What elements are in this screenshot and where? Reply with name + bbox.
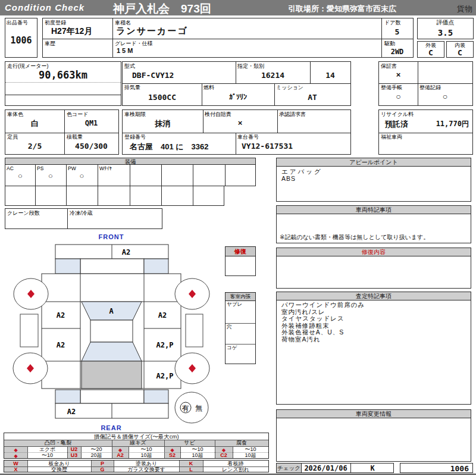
crane-box: クレーン段数 冷凍/冷蔵 [5, 208, 162, 229]
legend-dent-size2: 〜10 [27, 452, 67, 459]
crane-label: クレーン段数 [7, 210, 40, 216]
load-value: 450/300 [64, 142, 118, 151]
legend-code-k-desc: 看板跡 [203, 461, 268, 466]
equip-ps-label: PS [37, 165, 43, 171]
trim-label: グレード・仕様 [115, 40, 153, 46]
vehicle-main-box: 初度登録 H27年12月 車種名 ランサーカーゴ ドア数 5 車歴 グレード・仕… [42, 18, 414, 58]
legend-code-c2: C2 [215, 452, 233, 459]
lot-number-box: 出品番号 1006 [5, 18, 37, 58]
inspection-label: 車検期限 [124, 111, 146, 117]
check-inspector: K [350, 464, 394, 472]
type-no2-value: 14 [310, 71, 350, 80]
first-reg-label: 初度登録 [45, 20, 66, 26]
assessment-title: 査定特記事項 [277, 292, 471, 300]
doors-label: ドア数 [384, 20, 400, 26]
repair-detail-title: 修復内容 [362, 249, 386, 255]
equipment-section: 装備 AC ○ PS ○ PW ○ Wﾀｲﾔ [5, 158, 256, 206]
type-no1-value: 16214 [236, 71, 310, 80]
equip-ac-mark: ○ [5, 173, 35, 179]
vehicle-notes-section: 車両特記事項 ※記載のない書類・機器等は無しとして取り扱います。 [276, 205, 471, 243]
interior-label: 内装 [447, 42, 473, 48]
legend-group-corrosion: 腐食 [215, 440, 268, 446]
legend-code-p: P [91, 461, 114, 466]
inspection-box: 車検期限 抹消 検付自賠責 × 承認請求書 登録番号 名古屋 401 に 336… [122, 109, 351, 155]
legend-rust-size2: 10超 [180, 452, 215, 459]
windshield-code: A [109, 307, 114, 315]
legend-title: 損傷記号＆損傷サイズ(〜最大cm) [4, 433, 268, 440]
assessment-line: パワーウインドウ前席のみ [281, 302, 365, 309]
mileage-box: 走行(現メーター) 90,663km [5, 61, 121, 106]
capacity-value: 2/5 [5, 142, 64, 151]
chassis-label: 車台番号 [237, 134, 259, 140]
cabin-row-hole: 穴 [227, 324, 232, 330]
check-lot-box: 1006 [400, 463, 473, 473]
check-date: 2026/01/06 [301, 464, 350, 472]
rear-bumper-code: A2 [67, 408, 76, 416]
reg-no-label: 登録番号 [124, 134, 146, 140]
maintenance-record-mark: ○ [418, 92, 472, 101]
assessment-section: 査定特記事項 パワーウインドウ前席のみ 室内汚れ/スレ タイヤスタッドレス 外装… [276, 292, 471, 405]
displacement-value: 1500CC [123, 93, 202, 102]
fuel-value: ｶﾞｿﾘﾝ [202, 93, 274, 101]
pickup-location: 引取場所：愛知県弥富市西末広 [288, 4, 396, 14]
cabin-title: 客室内張 [226, 293, 255, 301]
rear-label: REAR [101, 424, 121, 431]
diamond-icon: ◆ [4, 453, 27, 459]
legend-group-dent: 凸凹・亀裂 [4, 440, 112, 446]
maintenance-book-mark: ○ [379, 92, 418, 101]
trim-value: 15M [117, 47, 134, 54]
lot-number-label: 出品番号 [7, 20, 28, 26]
insurance-value: × [203, 118, 277, 127]
legend-corrosion-size2: 10超 [233, 452, 268, 459]
body-color-value: 白 [5, 118, 64, 129]
equipment-row2 [5, 186, 224, 206]
title-bar: Condition Check 神戸入札会 973回 引取場所：愛知県弥富市西末… [0, 0, 476, 15]
appeal-section: アピールポイント エアバッグ ABS [276, 158, 471, 202]
model-name-value: ランサーカーゴ [116, 26, 188, 37]
warranty-box: 保証書 × 整備手帳 ○ 整備記録 ○ [378, 61, 473, 106]
exterior-label: 外装 [418, 42, 444, 48]
model-code-box: 型式 DBF-CVY12 指定・類別 16214 14 排気量 1500CC 燃… [122, 61, 351, 106]
type-label: 指定・類別 [237, 63, 264, 69]
bottom-rule [0, 474, 476, 475]
repair-code-legend: W 板金あり P 塗装あり K 看板跡 X 交換歴 G ガラス交換要す L レン… [4, 460, 269, 472]
right-fender-code: A2 [158, 311, 167, 320]
chassis-no-value: VY12-617531 [242, 142, 293, 151]
appeal-line-1: エアバッグ [281, 168, 322, 176]
welfare-label: 福祉車両 [381, 134, 402, 140]
left-door-code: A2 [57, 341, 65, 349]
exterior-grade-box: 外装 C [417, 41, 444, 58]
model-code-value: DBF-CVY12 [132, 71, 174, 80]
vehicle-category: 貨物 [457, 4, 472, 14]
recycle-fee-value: 11,770円 [436, 119, 469, 129]
fuel-label: 燃料 [203, 84, 214, 90]
equip-wtire-label: Wﾀｲﾔ [99, 165, 112, 171]
recycle-box: リサイクル料 預託済 11,770円 福祉車両 [378, 109, 473, 155]
equip-ps-mark: ○ [35, 173, 66, 179]
left-fender-code: A2 [57, 311, 65, 320]
equip-pw-label: PW [68, 165, 76, 171]
brand-logo: Condition Check [5, 2, 84, 12]
inspection-value: 抹消 [123, 118, 203, 129]
vehicle-notes-text: ※記載のない書類・機器等は無しとして取り扱います。 [280, 233, 429, 242]
lot-number-value: 1006 [5, 35, 37, 46]
changes-section: 車両変更情報 [276, 409, 471, 462]
mileage-label: 走行(現メーター) [7, 63, 48, 69]
legend-code-x: X [4, 466, 27, 473]
legend-code-p-desc: 塗装あり [114, 461, 179, 466]
right-door-code: A2,P [156, 341, 174, 349]
equip-pw-mark: ○ [66, 173, 98, 179]
vehicle-notes-title: 車両特記事項 [277, 206, 471, 214]
legend-code-w: W [4, 461, 27, 466]
grade-label: 評価点 [418, 20, 473, 26]
repair-flag-box: 修復 [225, 246, 256, 276]
model-name-label: 車種名 [115, 20, 131, 26]
legend-code-a2: A2 [112, 452, 129, 459]
legend-code-u3: U3 [67, 452, 81, 459]
model-code-label: 型式 [124, 63, 135, 69]
check-row: チェック 2026/01/06 K [276, 463, 394, 473]
legend-code-w-desc: 板金あり [27, 461, 91, 466]
auction-title: 神戸入札会 973回 [113, 1, 211, 17]
legend-scratch-size2: 10超 [129, 452, 164, 459]
recycle-status-value: 預託済 [385, 119, 408, 130]
